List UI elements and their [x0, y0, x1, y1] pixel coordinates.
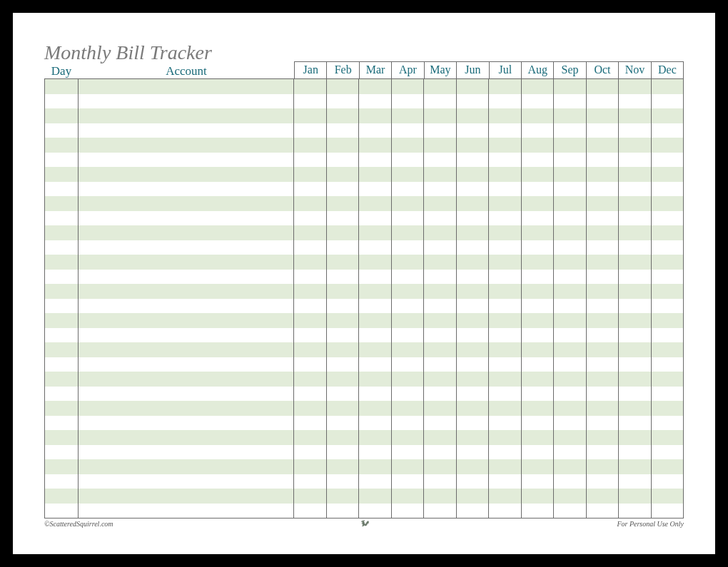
cell-month: [359, 284, 392, 299]
cell-month: [587, 401, 620, 416]
cell-month: [522, 167, 555, 182]
cell-month: [489, 357, 522, 372]
cell-month: [522, 225, 555, 240]
cell-month: [522, 474, 555, 489]
cell-month: [294, 94, 327, 109]
cell-day: [45, 430, 79, 445]
cell-month: [457, 211, 490, 226]
cell-account: [79, 504, 294, 519]
cell-month: [327, 225, 360, 240]
cell-month: [587, 284, 620, 299]
cell-month: [359, 153, 392, 168]
cell-month: [652, 284, 684, 299]
cell-day: [45, 416, 79, 431]
cell-month: [424, 240, 457, 255]
cell-month: [652, 445, 684, 460]
footer-usage-note: For Personal Use Only: [617, 520, 684, 528]
cell-month: [457, 108, 490, 123]
table-row: [45, 357, 683, 372]
cell-month: [522, 108, 555, 123]
table-row: [45, 79, 683, 94]
cell-month: [294, 211, 327, 226]
cell-month: [294, 489, 327, 504]
squirrel-icon: 🐿: [360, 519, 368, 529]
cell-account: [79, 167, 294, 182]
cell-month: [359, 225, 392, 240]
cell-month: [424, 459, 457, 474]
cell-month: [587, 416, 620, 431]
cell-month: [424, 182, 457, 197]
cell-month: [457, 255, 490, 270]
cell-month: [392, 489, 425, 504]
cell-month: [359, 342, 392, 357]
cell-month: [327, 240, 360, 255]
printable-page: Monthly Bill Tracker Day Account JanFebM…: [13, 13, 715, 554]
cell-month: [652, 211, 684, 226]
cell-month: [327, 211, 360, 226]
cell-month: [424, 255, 457, 270]
cell-month: [489, 79, 522, 94]
cell-month: [294, 123, 327, 138]
cell-month: [522, 430, 555, 445]
cell-month: [587, 489, 620, 504]
cell-month: [619, 225, 652, 240]
cell-month: [522, 313, 555, 328]
cell-account: [79, 182, 294, 197]
cell-month: [424, 153, 457, 168]
cell-month: [359, 489, 392, 504]
cell-account: [79, 459, 294, 474]
cell-account: [79, 299, 294, 314]
cell-month: [327, 357, 360, 372]
cell-month: [359, 270, 392, 285]
cell-month: [522, 240, 555, 255]
cell-month: [424, 387, 457, 402]
cell-month: [522, 357, 555, 372]
cell-month: [359, 357, 392, 372]
cell-month: [489, 108, 522, 123]
cell-day: [45, 79, 79, 94]
cell-month: [294, 459, 327, 474]
cell-month: [359, 240, 392, 255]
cell-month: [652, 167, 684, 182]
column-header-month-dec: Dec: [652, 62, 683, 78]
cell-month: [327, 284, 360, 299]
cell-month: [587, 108, 620, 123]
cell-month: [554, 153, 587, 168]
cell-month: [554, 387, 587, 402]
cell-month: [327, 459, 360, 474]
cell-month: [424, 270, 457, 285]
cell-month: [424, 284, 457, 299]
cell-month: [522, 196, 555, 211]
cell-month: [652, 504, 684, 519]
cell-day: [45, 372, 79, 387]
table-row: [45, 504, 683, 519]
cell-month: [554, 79, 587, 94]
cell-month: [554, 401, 587, 416]
cell-month: [489, 342, 522, 357]
cell-month: [652, 401, 684, 416]
cell-month: [327, 108, 360, 123]
cell-month: [619, 240, 652, 255]
footer-copyright: ©ScatteredSquirrel.com: [44, 520, 113, 528]
cell-month: [489, 387, 522, 402]
cell-month: [359, 401, 392, 416]
cell-month: [294, 372, 327, 387]
cell-month: [424, 474, 457, 489]
cell-day: [45, 459, 79, 474]
cell-account: [79, 196, 294, 211]
cell-month: [587, 474, 620, 489]
cell-day: [45, 211, 79, 226]
table-row: [45, 489, 683, 504]
cell-month: [619, 459, 652, 474]
column-header-month-nov: Nov: [619, 62, 651, 78]
cell-month: [359, 94, 392, 109]
cell-month: [392, 123, 425, 138]
cell-month: [424, 196, 457, 211]
cell-month: [392, 299, 425, 314]
cell-month: [392, 387, 425, 402]
cell-month: [424, 445, 457, 460]
column-header-month-feb: Feb: [327, 62, 359, 78]
cell-month: [489, 401, 522, 416]
cell-account: [79, 108, 294, 123]
cell-month: [294, 182, 327, 197]
